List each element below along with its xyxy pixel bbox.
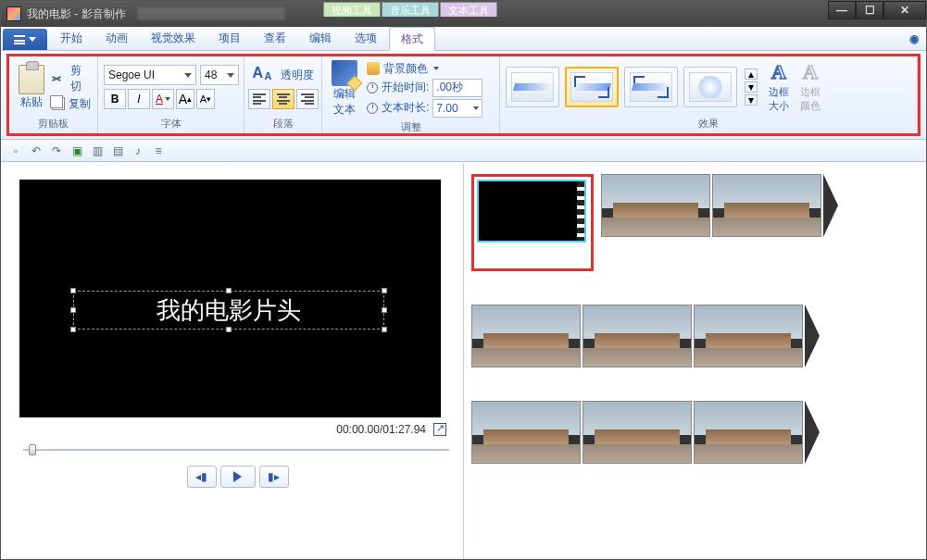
bucket-icon (367, 62, 380, 75)
chevron-down-icon (165, 97, 170, 101)
clip-title[interactable]: A我的电影 (477, 180, 586, 243)
qat-btn5[interactable]: ▥ (90, 143, 105, 158)
qat-redo[interactable]: ↷ (49, 143, 64, 158)
shrink-font-button[interactable]: A▾ (196, 89, 215, 109)
clock-icon (367, 82, 378, 93)
file-menu-button[interactable] (3, 29, 47, 50)
effect-thumb-2[interactable] (565, 67, 619, 107)
clock-icon (367, 103, 378, 114)
effects-scroll-up[interactable]: ▴ (745, 68, 758, 80)
title-text[interactable]: 我的电影片头 (74, 292, 383, 330)
effects-scroll-down[interactable]: ▾ (745, 81, 758, 93)
tab-edit[interactable]: 编辑 (298, 27, 344, 50)
paste-button[interactable]: 粘贴 (15, 63, 48, 112)
close-button[interactable]: ✕ (883, 1, 926, 19)
resize-handle[interactable] (70, 327, 76, 332)
menu-bar: 开始 动画 视觉效果 项目 查看 编辑 选项 格式 ◉ (1, 27, 926, 51)
edit-text-button[interactable]: 编辑 文本 (328, 58, 361, 119)
clip-thumbnail[interactable] (471, 401, 581, 464)
clip-thumbnail[interactable] (601, 174, 710, 237)
resize-handle[interactable] (382, 327, 387, 332)
bold-button[interactable]: B (104, 89, 126, 109)
effect-thumb-4[interactable] (683, 67, 737, 107)
chevron-down-icon (473, 106, 479, 110)
play-button[interactable] (220, 466, 256, 488)
align-center-button[interactable] (272, 89, 294, 109)
resize-handle[interactable] (382, 307, 387, 313)
align-center-icon (277, 93, 290, 105)
clip-thumbnail[interactable] (583, 305, 692, 367)
tab-project[interactable]: 项目 (207, 27, 253, 50)
grow-font-button[interactable]: A▴ (176, 89, 194, 109)
timeline-row-1: A我的电影 (471, 174, 926, 271)
fullscreen-button[interactable] (433, 423, 446, 436)
preview-viewport[interactable]: 我的电影片头 (19, 180, 441, 417)
tab-home[interactable]: 开始 (49, 27, 94, 50)
bg-color-button[interactable]: 背景颜色 (367, 61, 482, 77)
timeline-pane[interactable]: A我的电影 (464, 163, 926, 559)
slider-thumb[interactable] (29, 444, 36, 455)
minimize-button[interactable]: — (828, 1, 856, 19)
duration-input[interactable]: 7.00 (432, 99, 482, 118)
help-button[interactable]: ◉ (909, 27, 919, 50)
align-left-icon (253, 93, 266, 105)
start-time-row: 开始时间:.00秒 (367, 79, 482, 97)
italic-button[interactable]: I (128, 89, 150, 109)
clip-thumbnail[interactable] (471, 305, 581, 367)
group-clipboard: 粘贴 剪切 复制 剪贴板 (9, 56, 98, 133)
context-tab-music[interactable]: 音乐工具 (382, 2, 439, 17)
seek-slider[interactable] (23, 447, 449, 453)
resize-handle[interactable] (70, 307, 76, 313)
text-selection-box[interactable]: 我的电影片头 (73, 291, 384, 330)
edit-text-icon (332, 60, 357, 86)
resize-handle[interactable] (226, 327, 232, 332)
app-icon (6, 6, 21, 21)
effects-more[interactable]: ▾ (745, 94, 758, 106)
row-continue-icon (823, 174, 838, 237)
clip-thumbnail[interactable] (694, 401, 803, 464)
transparency-icon (253, 65, 277, 85)
tab-view[interactable]: 查看 (253, 27, 298, 50)
prev-frame-button[interactable]: ◂▮ (187, 466, 217, 488)
context-tab-video[interactable]: 视频工具 (323, 2, 381, 17)
resize-handle[interactable] (70, 288, 76, 293)
font-name-combo[interactable]: Segoe UI (104, 65, 196, 85)
group-paragraph: 透明度 段落 (244, 56, 322, 133)
qat-btn6[interactable]: ▤ (110, 143, 125, 158)
effect-thumb-1[interactable] (506, 67, 559, 107)
clip-thumbnail[interactable] (583, 401, 692, 464)
group-font: Segoe UI 48 B I A A▴ A▾ 字体 (98, 56, 244, 133)
start-time-input[interactable]: .00秒 (432, 79, 482, 97)
qat-save[interactable]: ▣ (69, 143, 84, 158)
context-tab-text[interactable]: 文本工具 (440, 2, 497, 17)
selected-clip-outline: A我的电影 (471, 174, 594, 271)
clip-thumbnail[interactable] (712, 174, 821, 237)
next-frame-button[interactable]: ▮▸ (259, 466, 289, 488)
font-color-button[interactable]: A (152, 89, 174, 109)
chevron-down-icon (433, 67, 439, 70)
tab-options[interactable]: 选项 (344, 27, 389, 50)
align-left-button[interactable] (248, 89, 270, 109)
qat-music[interactable]: ♪ (131, 143, 145, 158)
qat-btn8[interactable]: ≡ (151, 143, 166, 158)
effect-thumb-3[interactable] (624, 67, 678, 107)
qat-undo[interactable]: ↶ (29, 143, 44, 158)
resize-handle[interactable] (226, 288, 232, 293)
clip-thumbnail[interactable] (694, 305, 803, 367)
tab-format[interactable]: 格式 (389, 27, 435, 51)
dropdown-icon (29, 37, 36, 42)
group-effects: ▴ ▾ ▾ A边框 大小 A边框 颜色 效果 (500, 56, 918, 133)
qat-new[interactable]: ▫ (8, 143, 23, 158)
align-right-button[interactable] (296, 89, 319, 109)
chevron-down-icon (184, 73, 192, 78)
maximize-button[interactable]: ☐ (856, 1, 883, 19)
border-color-button[interactable]: A边框 颜色 (800, 61, 821, 113)
font-size-combo[interactable]: 48 (200, 65, 239, 85)
tab-animation[interactable]: 动画 (94, 27, 140, 50)
transparency-button[interactable]: 透明度 (253, 65, 314, 85)
border-size-button[interactable]: A边框 大小 (769, 61, 789, 113)
cut-button[interactable]: 剪切 (52, 63, 92, 94)
resize-handle[interactable] (382, 288, 387, 293)
tab-vfx[interactable]: 视觉效果 (140, 27, 207, 50)
copy-button[interactable]: 复制 (52, 96, 92, 112)
